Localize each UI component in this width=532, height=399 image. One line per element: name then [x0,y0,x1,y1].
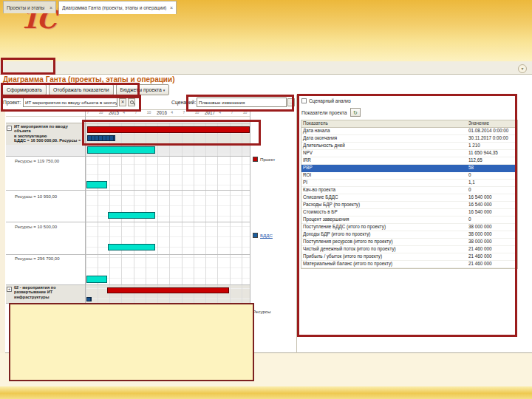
close-icon[interactable]: × [170,5,173,10]
annotation-rect-kpi-panel [297,94,517,337]
tab-strip [0,61,532,75]
gantt-gridline [169,123,170,303]
gantt-section-separator [6,156,250,157]
gantt-gridline [205,123,206,303]
gantt-gridline [194,123,194,303]
gantt-resource-label: Ресурсы = 10 500,00 [15,225,57,229]
bar-resource-2[interactable] [86,181,107,188]
gantt-gridline [230,123,231,303]
expand-icon[interactable]: + [7,287,12,292]
gantt-section-separator [6,254,250,255]
annotation-rect-project-field [1,95,141,112]
bar-resource-1[interactable] [87,146,155,154]
gantt-group-2-label: 02 - мероприятия по развертывание ИТ инф… [14,285,84,299]
slide-footer [0,386,532,399]
annotation-rect-scenario-field [186,95,294,112]
tab-label: Диаграмма Ганта (проекты, этапы и операц… [62,5,167,10]
close-icon[interactable]: × [50,5,52,10]
timeline-quarter-tick: 4 [171,110,173,115]
tab-gantt-diagram[interactable]: Диаграмма Ганта (проекты, этапы и операц… [58,1,177,14]
gantt-resource-label: Ресурсы = 296 700,00 [15,256,60,261]
legend-item-бддс[interactable]: БДДС [253,233,273,238]
bar-project-2[interactable] [107,287,229,293]
timeline-quarter-tick: 10 [147,110,151,115]
legend-label: Ресурсы [253,309,270,314]
tab-label: Проекты и этапы [7,5,47,10]
legend-label[interactable]: БДДС [260,233,273,238]
legend-item-проект: Проект [253,157,275,162]
dropdown-arrow-icon: ▾ [163,88,166,92]
timeline-quarter-tick: 7 [183,110,185,115]
gantt-resource-label: Ресурсы = 119 750,00 [15,159,59,163]
legend-item-ресурсы: Ресурсы [253,309,270,314]
gantt-resource-label: Ресурсы = 10 950,00 [15,194,57,199]
bar-bdds-2[interactable] [86,297,92,301]
gantt-gridline [217,123,218,303]
timeline-quarter-tick: 1 [159,110,161,115]
collapse-icon[interactable]: − [7,126,12,131]
gantt-gridline [157,123,158,303]
annotation-note-box [9,303,254,381]
window-menu-button[interactable]: ▾ [518,64,527,73]
gantt-section-separator [6,222,250,222]
gantt-gridline [242,123,242,303]
bar-resource-4[interactable] [108,244,155,250]
legend-swatch [253,233,258,238]
gantt-gridline [182,123,183,303]
gantt-section-separator [6,190,250,191]
bar-resource-5[interactable] [86,276,107,283]
tab-projects-stages[interactable]: Проекты и этапы × [3,1,56,13]
annotation-rect-tab [1,58,55,75]
annotation-rect-gantt-row [82,120,261,146]
legend-swatch [253,157,258,162]
gantt-group-1-label: ИТ мероприятия по вводу объекта в эксплу… [14,124,84,143]
legend-label: Проект [260,157,275,162]
bar-resource-3[interactable] [108,212,155,219]
